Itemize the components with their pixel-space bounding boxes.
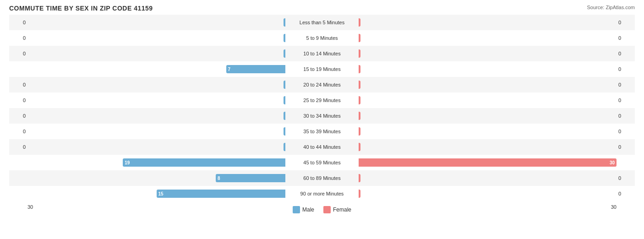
bottom-axis: 30 Male Female 30 xyxy=(9,203,635,213)
female-bar xyxy=(359,190,360,198)
female-bar xyxy=(359,18,360,27)
chart-row: 0 40 to 44 Minutes 0 xyxy=(9,139,635,155)
male-swatch xyxy=(293,206,300,213)
female-bar-container xyxy=(359,95,617,105)
male-bar-container xyxy=(27,49,285,59)
chart-row: 0 30 to 34 Minutes 0 xyxy=(9,108,635,124)
female-bar xyxy=(359,34,360,42)
bars-wrapper: 25 to 29 Minutes xyxy=(27,92,617,108)
axis-right: 30 xyxy=(611,204,617,213)
male-value: 0 xyxy=(9,129,27,134)
chart-row: 7 15 to 19 Minutes 0 xyxy=(9,61,635,77)
male-bar-value: 7 xyxy=(228,67,231,72)
female-bar-container xyxy=(359,142,617,152)
female-value: 0 xyxy=(617,51,635,56)
male-bar-value: 8 xyxy=(218,176,220,181)
bars-wrapper: 40 to 44 Minutes xyxy=(27,139,617,155)
row-label: 45 to 59 Minutes xyxy=(285,160,359,165)
female-bar-container xyxy=(359,80,617,90)
legend-female: Female xyxy=(323,206,351,213)
row-label: 15 to 19 Minutes xyxy=(285,66,359,72)
female-bar-value: 30 xyxy=(610,160,615,165)
male-bar-container xyxy=(27,33,285,43)
bars-wrapper: 19 45 to 59 Minutes 30 xyxy=(27,155,617,170)
female-bar-container xyxy=(359,33,617,43)
bars-wrapper: 15 90 or more Minutes xyxy=(27,186,617,201)
chart-row: 0 35 to 39 Minutes 0 xyxy=(9,124,635,139)
male-value: 0 xyxy=(9,144,27,150)
chart-row: 8 60 to 89 Minutes 0 xyxy=(9,170,635,186)
male-bar-container xyxy=(27,126,285,136)
row-label: 30 to 34 Minutes xyxy=(285,113,359,119)
bars-wrapper: 5 to 9 Minutes xyxy=(27,30,617,46)
male-bar-container xyxy=(27,95,285,105)
female-value: 0 xyxy=(617,175,635,181)
female-bar xyxy=(359,49,360,58)
male-bar-value: 15 xyxy=(158,191,164,196)
row-label: 10 to 14 Minutes xyxy=(285,51,359,56)
axis-left: 30 xyxy=(27,204,33,213)
female-bar xyxy=(359,174,360,182)
female-bar xyxy=(359,65,360,73)
chart-row: 0 25 to 29 Minutes 0 xyxy=(9,92,635,108)
bars-wrapper: 10 to 14 Minutes xyxy=(27,46,617,61)
male-bar: 7 xyxy=(226,65,285,73)
male-bar-container: 19 xyxy=(27,158,285,168)
female-value: 0 xyxy=(617,35,635,41)
row-label: 90 or more Minutes xyxy=(285,191,359,196)
chart-area: 0 Less than 5 Minutes 0 0 xyxy=(9,15,635,203)
female-bar-container xyxy=(359,49,617,59)
female-bar: 30 xyxy=(359,158,617,167)
female-bar xyxy=(359,81,360,89)
male-value: 0 xyxy=(9,20,27,25)
row-label: 35 to 39 Minutes xyxy=(285,129,359,134)
female-bar xyxy=(359,127,360,136)
legend-male: Male xyxy=(293,206,314,213)
female-value: 0 xyxy=(617,144,635,150)
chart-row: 0 10 to 14 Minutes 0 xyxy=(9,46,635,61)
bars-wrapper: 35 to 39 Minutes xyxy=(27,124,617,139)
male-bar: 15 xyxy=(157,190,286,198)
chart-row: 0 20 to 24 Minutes 0 xyxy=(9,77,635,92)
female-value: 0 xyxy=(617,20,635,25)
male-bar: 8 xyxy=(216,174,285,182)
female-bar-container: 30 xyxy=(359,158,617,168)
female-bar xyxy=(359,143,360,151)
female-value: 0 xyxy=(617,191,635,196)
female-bar-container xyxy=(359,189,617,199)
bars-wrapper: 30 to 34 Minutes xyxy=(27,108,617,124)
female-bar-container xyxy=(359,173,617,183)
female-label: Female xyxy=(333,206,351,213)
chart-row: 19 45 to 59 Minutes 30 xyxy=(9,155,635,170)
chart-row: 0 5 to 9 Minutes 0 xyxy=(9,30,635,46)
male-bar-container xyxy=(27,111,285,121)
legend: Male Female xyxy=(293,206,351,213)
female-value: 0 xyxy=(617,66,635,72)
bars-wrapper: 20 to 24 Minutes xyxy=(27,77,617,92)
bars-wrapper: Less than 5 Minutes xyxy=(27,15,617,30)
row-label: Less than 5 Minutes xyxy=(285,20,359,25)
female-value: 0 xyxy=(617,82,635,87)
female-value: 0 xyxy=(617,113,635,119)
female-bar-container xyxy=(359,111,617,121)
female-swatch xyxy=(323,206,331,213)
row-label: 40 to 44 Minutes xyxy=(285,144,359,150)
row-label: 60 to 89 Minutes xyxy=(285,175,359,181)
male-bar-container: 15 xyxy=(27,189,285,199)
male-bar-container xyxy=(27,80,285,90)
chart-row: 15 90 or more Minutes 0 xyxy=(9,186,635,201)
chart-title: COMMUTE TIME BY SEX IN ZIP CODE 41159 xyxy=(9,5,635,12)
male-value: 0 xyxy=(9,35,27,41)
male-bar-container: 7 xyxy=(27,64,285,74)
male-bar-container: 8 xyxy=(27,173,285,183)
row-label: 25 to 29 Minutes xyxy=(285,98,359,103)
row-label: 20 to 24 Minutes xyxy=(285,82,359,87)
female-bar-container xyxy=(359,64,617,74)
male-bar: 19 xyxy=(123,158,285,167)
male-label: Male xyxy=(302,206,314,213)
chart-container: COMMUTE TIME BY SEX IN ZIP CODE 41159 So… xyxy=(0,0,644,239)
row-label: 5 to 9 Minutes xyxy=(285,35,359,41)
male-value: 0 xyxy=(9,98,27,103)
female-value: 0 xyxy=(617,98,635,103)
bars-wrapper: 8 60 to 89 Minutes xyxy=(27,170,617,186)
